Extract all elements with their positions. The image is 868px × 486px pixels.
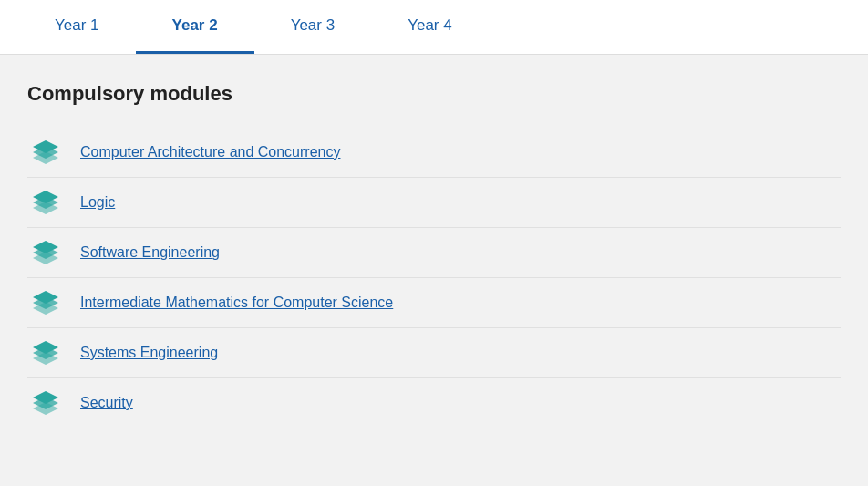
module-link-5[interactable]: Systems Engineering	[80, 345, 218, 361]
module-item-2: Logic	[27, 178, 841, 228]
module-link-4[interactable]: Intermediate Mathematics for Computer Sc…	[80, 295, 393, 311]
tab-bar: Year 1Year 2Year 3Year 4	[0, 0, 868, 55]
tab-year3[interactable]: Year 3	[254, 0, 372, 54]
main-content: Compulsory modules Computer Architecture…	[0, 55, 868, 455]
module-link-1[interactable]: Computer Architecture and Concurrency	[80, 144, 340, 160]
layers-icon-3	[27, 241, 64, 264]
layers-icon-5	[27, 341, 64, 365]
layers-icon-4	[27, 291, 64, 315]
tab-year1[interactable]: Year 1	[18, 0, 136, 54]
module-list: Computer Architecture and Concurrency Lo…	[27, 128, 841, 428]
module-item-4: Intermediate Mathematics for Computer Sc…	[27, 278, 841, 328]
module-item-1: Computer Architecture and Concurrency	[27, 128, 841, 178]
layers-icon-1	[27, 140, 64, 164]
module-link-3[interactable]: Software Engineering	[80, 244, 220, 261]
tab-year4[interactable]: Year 4	[371, 0, 489, 54]
tab-year2[interactable]: Year 2	[136, 0, 254, 54]
layers-icon-2	[27, 191, 64, 214]
module-item-3: Software Engineering	[27, 228, 841, 278]
module-link-6[interactable]: Security	[80, 395, 133, 411]
module-link-2[interactable]: Logic	[80, 194, 115, 211]
module-item-6: Security	[27, 378, 841, 428]
layers-icon-6	[27, 391, 64, 415]
module-item-5: Systems Engineering	[27, 328, 841, 378]
section-title: Compulsory modules	[27, 82, 841, 106]
